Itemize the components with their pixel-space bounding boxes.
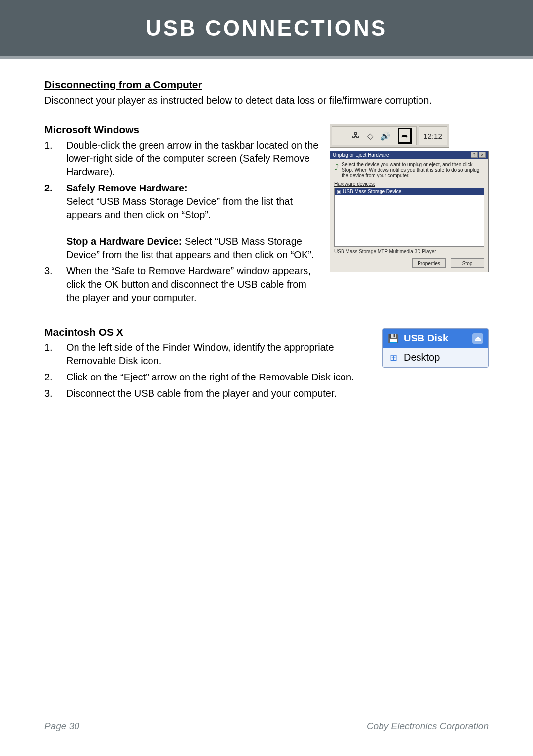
desktop-icon: ⊞ [388,352,399,363]
step-number: 2. [44,371,66,384]
list-item: 1. Double-click the green arrow in the t… [44,139,320,179]
windows-steps: 1. Double-click the green arrow in the t… [44,139,320,304]
step-text: Click on the “Eject” arrow on the right … [66,371,373,384]
taskbar-screenshot: 🖥 🖧 ◇ 🔊 ➦ 12:12 [330,124,449,148]
hardware-devices-label: Hardware devices: [334,181,484,187]
dialog-instruction: Select the device you want to unplug or … [342,162,484,178]
heading-mac: Macintosh OS X [44,326,373,338]
eject-icon: ⏏ [472,333,483,344]
desktop-label: Desktop [404,352,440,363]
properties-button: Properties [412,258,446,268]
close-icon: × [479,152,486,158]
safely-remove-text-a: Select “USB Mass Storage Device” from th… [66,196,293,220]
section-heading-disconnecting: Disconnecting from a Computer [44,79,489,91]
list-item: 2. Safely Remove Hardware: Select “USB M… [44,182,320,262]
selected-device-label: USB Mass Storage Device [343,189,401,194]
safely-remove-label: Safely Remove Hardware: [66,183,188,193]
usb-disk-label: USB Disk [404,333,448,344]
mac-steps: 1. On the left side of the Finder Window… [44,341,373,400]
page-footer: Page 30 Coby Electronics Corporation [0,717,533,736]
dialog-buttons: Properties Stop [334,258,484,268]
tray-shield-icon: ◇ [367,131,373,141]
tray-monitor-icon: 🖥 [337,131,344,140]
dialog-instruction-row: ⤴ Select the device you want to unplug o… [334,162,484,178]
finder-desktop-row: ⊞ Desktop [383,348,488,367]
step-number: 1. [44,139,66,179]
heading-windows: Microsoft Windows [44,124,320,136]
step-text: On the left side of the Finder Window, i… [66,341,373,368]
step-number: 3. [44,387,66,400]
eject-arrow-icon: ⤴ [334,162,339,173]
dialog-titlebar: Unplug or Eject Hardware ? × [330,151,488,159]
dialog-body: ⤴ Select the device you want to unplug o… [330,159,488,272]
step-number: 3. [44,265,66,304]
device-description: USB Mass Storage MTP Multimedia 3D Playe… [334,249,484,254]
safely-remove-icon: ➦ [398,128,412,144]
step-text: Double-click the green arrow in the task… [66,139,320,179]
page-title: USB CONNECTIONS [146,16,387,40]
usb-device-icon: ▣ [337,189,341,194]
stop-button: Stop [451,258,484,268]
selected-device: ▣ USB Mass Storage Device [335,188,484,195]
step-number: 2. [44,182,66,262]
intro-text: Disconnect your player as instructed bel… [44,94,489,107]
dialog-title: Unplug or Eject Hardware [333,152,389,158]
step-text: Disconnect the USB cable from the player… [66,387,373,400]
tray-volume-icon: 🔊 [381,131,390,141]
page-header: USB CONNECTIONS [0,0,533,59]
hardware-devices-listbox: ▣ USB Mass Storage Device [334,188,484,247]
page-content: Disconnecting from a Computer Disconnect… [0,59,533,403]
list-item: 1. On the left side of the Finder Window… [44,341,373,368]
finder-sidebar-screenshot: 💾 USB Disk ⏏ ⊞ Desktop [382,328,489,368]
taskbar-clock: 12:12 [419,126,447,145]
mac-section: Macintosh OS X 1. On the left side of th… [44,326,489,403]
step-number: 1. [44,341,66,368]
stop-hardware-label: Stop a Hardware Device: [66,236,182,247]
windows-section: Microsoft Windows 1. Double-click the gr… [44,124,489,307]
list-item: 3. When the “Safe to Remove Hardware” wi… [44,265,320,304]
dialog-screenshot: Unplug or Eject Hardware ? × ⤴ Select th… [330,151,489,272]
help-icon: ? [471,152,478,158]
list-item: 3. Disconnect the USB cable from the pla… [44,387,373,400]
step-text: When the “Safe to Remove Hardware” windo… [66,265,320,304]
tray-network-icon: 🖧 [352,131,360,140]
finder-usb-disk-row: 💾 USB Disk ⏏ [383,329,488,348]
company-name: Coby Electronics Corporation [367,721,489,732]
page-number: Page 30 [44,721,79,732]
step-text: Safely Remove Hardware: Select “USB Mass… [66,182,320,262]
system-tray: 🖥 🖧 ◇ 🔊 ➦ [332,126,417,145]
disk-icon: 💾 [388,333,399,344]
list-item: 2. Click on the “Eject” arrow on the rig… [44,371,373,384]
